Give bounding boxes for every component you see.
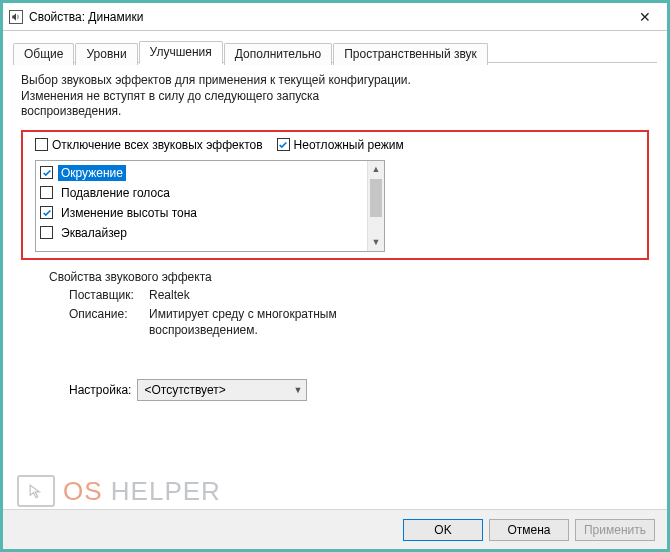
chevron-down-icon: ▼	[294, 385, 303, 395]
description-label: Описание:	[69, 307, 149, 338]
provider-label: Поставщик:	[69, 288, 149, 304]
scroll-down-button[interactable]: ▼	[368, 234, 384, 251]
checkbox-label: Неотложный режим	[294, 138, 404, 152]
list-item[interactable]: Изменение высоты тона	[36, 203, 367, 223]
watermark-helper: HELPER	[111, 476, 221, 506]
setting-combo[interactable]: <Отсутствует> ▼	[137, 379, 307, 401]
checkbox-icon	[35, 138, 48, 151]
list-item-label: Окружение	[58, 165, 126, 181]
cursor-icon	[17, 475, 55, 507]
urgent-mode-checkbox[interactable]: Неотложный режим	[277, 138, 404, 152]
tab-label: Дополнительно	[235, 47, 321, 61]
disable-all-checkbox[interactable]: Отключение всех звуковых эффектов	[35, 138, 263, 152]
tab-label: Уровни	[86, 47, 126, 61]
tab-label: Улучшения	[150, 45, 212, 59]
list-item[interactable]: Эквалайзер	[36, 223, 367, 243]
window-titlebar: Свойства: Динамики ✕	[3, 3, 667, 31]
combo-value: <Отсутствует>	[144, 383, 225, 397]
scrollbar[interactable]: ▲ ▼	[367, 161, 384, 251]
watermark-os: OS	[63, 476, 103, 506]
checkbox-icon[interactable]	[40, 186, 53, 199]
effect-properties: Поставщик: Realtek Описание: Имитирует с…	[69, 288, 649, 339]
speaker-icon	[9, 10, 23, 24]
checkbox-label: Отключение всех звуковых эффектов	[52, 138, 263, 152]
effects-listbox[interactable]: Окружение Подавление голоса Изменение вы…	[35, 160, 385, 252]
tab-content: Выбор звуковых эффектов для применения к…	[3, 63, 667, 411]
checkbox-icon[interactable]	[40, 166, 53, 179]
checkbox-icon[interactable]	[40, 206, 53, 219]
list-item-label: Изменение высоты тона	[58, 205, 200, 221]
list-item[interactable]: Окружение	[36, 163, 367, 183]
dialog-footer: OK Отмена Применить	[3, 509, 667, 549]
close-button[interactable]: ✕	[623, 3, 667, 30]
scroll-up-button[interactable]: ▲	[368, 161, 384, 178]
tab-spatial-sound[interactable]: Пространственный звук	[333, 43, 488, 65]
tab-general[interactable]: Общие	[13, 43, 74, 65]
list-item[interactable]: Подавление голоса	[36, 183, 367, 203]
checkbox-icon	[277, 138, 290, 151]
setting-label: Настройка:	[69, 383, 131, 397]
section-title: Свойства звукового эффекта	[49, 270, 649, 284]
ok-button[interactable]: OK	[403, 519, 483, 541]
list-item-label: Подавление голоса	[58, 185, 173, 201]
apply-button[interactable]: Применить	[575, 519, 655, 541]
tab-advanced[interactable]: Дополнительно	[224, 43, 332, 65]
tab-label: Пространственный звук	[344, 47, 477, 61]
intro-text: Выбор звуковых эффектов для применения к…	[21, 73, 421, 120]
highlight-box: Отключение всех звуковых эффектов Неотло…	[21, 130, 649, 260]
tab-label: Общие	[24, 47, 63, 61]
description-value: Имитирует среду с многократным воспроизв…	[149, 307, 389, 338]
tabs-bar: Общие Уровни Улучшения Дополнительно Про…	[3, 39, 667, 63]
watermark: OS HELPER	[17, 475, 221, 507]
checkbox-icon[interactable]	[40, 226, 53, 239]
tab-levels[interactable]: Уровни	[75, 43, 137, 65]
scroll-thumb[interactable]	[370, 179, 382, 217]
cancel-button[interactable]: Отмена	[489, 519, 569, 541]
tab-enhancements[interactable]: Улучшения	[139, 41, 223, 64]
list-item-label: Эквалайзер	[58, 225, 130, 241]
window-title: Свойства: Динамики	[29, 10, 143, 24]
provider-value: Realtek	[149, 288, 190, 304]
